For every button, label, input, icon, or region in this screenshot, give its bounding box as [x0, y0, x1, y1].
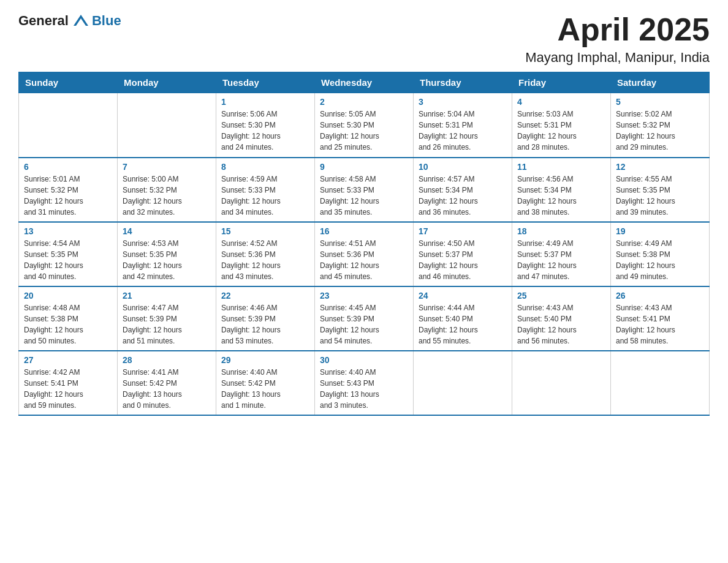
day-number: 9 [320, 162, 408, 172]
calendar-cell: 10Sunrise: 4:57 AM Sunset: 5:34 PM Dayli… [414, 158, 512, 222]
page-header: General Blue April 2025 Mayang Imphal, M… [18, 12, 710, 66]
day-info: Sunrise: 4:40 AM Sunset: 5:42 PM Dayligh… [221, 367, 309, 411]
calendar-cell: 21Sunrise: 4:47 AM Sunset: 5:39 PM Dayli… [118, 286, 216, 351]
day-number: 30 [320, 355, 408, 365]
day-number: 19 [616, 226, 704, 236]
logo-text-general: General [18, 13, 69, 29]
calendar-cell: 15Sunrise: 4:52 AM Sunset: 5:36 PM Dayli… [216, 222, 315, 286]
title-block: April 2025 Mayang Imphal, Manipur, India [525, 12, 710, 66]
calendar-cell: 26Sunrise: 4:43 AM Sunset: 5:41 PM Dayli… [611, 286, 710, 351]
calendar-cell: 23Sunrise: 4:45 AM Sunset: 5:39 PM Dayli… [315, 286, 414, 351]
calendar-week-row: 6Sunrise: 5:01 AM Sunset: 5:32 PM Daylig… [19, 158, 710, 222]
weekday-header-monday: Monday [118, 72, 216, 93]
calendar-cell: 12Sunrise: 4:55 AM Sunset: 5:35 PM Dayli… [611, 158, 710, 222]
logo-text-blue: Blue [92, 13, 121, 29]
day-info: Sunrise: 4:59 AM Sunset: 5:33 PM Dayligh… [221, 174, 309, 218]
calendar-cell [118, 93, 216, 158]
day-info: Sunrise: 4:55 AM Sunset: 5:35 PM Dayligh… [616, 174, 704, 218]
logo: General Blue [18, 12, 121, 29]
day-number: 15 [221, 226, 309, 236]
day-number: 6 [24, 162, 112, 172]
calendar-cell [414, 351, 512, 415]
day-number: 1 [221, 97, 309, 107]
calendar-cell: 3Sunrise: 5:04 AM Sunset: 5:31 PM Daylig… [414, 93, 512, 158]
day-info: Sunrise: 4:58 AM Sunset: 5:33 PM Dayligh… [320, 174, 408, 218]
day-number: 25 [517, 291, 605, 301]
day-info: Sunrise: 4:41 AM Sunset: 5:42 PM Dayligh… [123, 367, 211, 411]
day-info: Sunrise: 4:43 AM Sunset: 5:41 PM Dayligh… [616, 302, 704, 347]
calendar-cell: 24Sunrise: 4:44 AM Sunset: 5:40 PM Dayli… [414, 286, 512, 351]
calendar-week-row: 20Sunrise: 4:48 AM Sunset: 5:38 PM Dayli… [19, 286, 710, 351]
calendar-cell: 11Sunrise: 4:56 AM Sunset: 5:34 PM Dayli… [512, 158, 611, 222]
calendar-cell: 2Sunrise: 5:05 AM Sunset: 5:30 PM Daylig… [315, 93, 414, 158]
day-number: 14 [123, 226, 211, 236]
day-info: Sunrise: 4:53 AM Sunset: 5:35 PM Dayligh… [123, 238, 211, 282]
day-info: Sunrise: 5:02 AM Sunset: 5:32 PM Dayligh… [616, 109, 704, 153]
weekday-header-saturday: Saturday [611, 72, 710, 93]
day-info: Sunrise: 5:04 AM Sunset: 5:31 PM Dayligh… [419, 109, 507, 153]
day-number: 18 [517, 226, 605, 236]
calendar-cell: 28Sunrise: 4:41 AM Sunset: 5:42 PM Dayli… [118, 351, 216, 415]
day-number: 23 [320, 291, 408, 301]
calendar-cell: 13Sunrise: 4:54 AM Sunset: 5:35 PM Dayli… [19, 222, 118, 286]
calendar-cell: 1Sunrise: 5:06 AM Sunset: 5:30 PM Daylig… [216, 93, 315, 158]
day-number: 29 [221, 355, 309, 365]
day-info: Sunrise: 4:43 AM Sunset: 5:40 PM Dayligh… [517, 302, 605, 347]
calendar-cell: 19Sunrise: 4:49 AM Sunset: 5:38 PM Dayli… [611, 222, 710, 286]
weekday-header-sunday: Sunday [19, 72, 118, 93]
calendar-cell: 6Sunrise: 5:01 AM Sunset: 5:32 PM Daylig… [19, 158, 118, 222]
calendar-cell: 27Sunrise: 4:42 AM Sunset: 5:41 PM Dayli… [19, 351, 118, 415]
day-info: Sunrise: 4:49 AM Sunset: 5:38 PM Dayligh… [616, 238, 704, 282]
weekday-header-tuesday: Tuesday [216, 72, 315, 93]
calendar-cell: 8Sunrise: 4:59 AM Sunset: 5:33 PM Daylig… [216, 158, 315, 222]
day-info: Sunrise: 4:40 AM Sunset: 5:43 PM Dayligh… [320, 367, 408, 411]
day-info: Sunrise: 5:03 AM Sunset: 5:31 PM Dayligh… [517, 109, 605, 153]
calendar-cell: 20Sunrise: 4:48 AM Sunset: 5:38 PM Dayli… [19, 286, 118, 351]
calendar-cell: 7Sunrise: 5:00 AM Sunset: 5:32 PM Daylig… [118, 158, 216, 222]
day-info: Sunrise: 4:46 AM Sunset: 5:39 PM Dayligh… [221, 302, 309, 347]
calendar-week-row: 27Sunrise: 4:42 AM Sunset: 5:41 PM Dayli… [19, 351, 710, 415]
day-info: Sunrise: 4:49 AM Sunset: 5:37 PM Dayligh… [517, 238, 605, 282]
day-number: 8 [221, 162, 309, 172]
calendar-subtitle: Mayang Imphal, Manipur, India [525, 50, 710, 66]
calendar-cell [611, 351, 710, 415]
day-info: Sunrise: 4:51 AM Sunset: 5:36 PM Dayligh… [320, 238, 408, 282]
weekday-header-wednesday: Wednesday [315, 72, 414, 93]
day-info: Sunrise: 4:44 AM Sunset: 5:40 PM Dayligh… [419, 302, 507, 347]
logo-icon [72, 12, 89, 29]
day-info: Sunrise: 5:06 AM Sunset: 5:30 PM Dayligh… [221, 109, 309, 153]
day-info: Sunrise: 4:50 AM Sunset: 5:37 PM Dayligh… [419, 238, 507, 282]
day-number: 4 [517, 97, 605, 107]
calendar-cell: 9Sunrise: 4:58 AM Sunset: 5:33 PM Daylig… [315, 158, 414, 222]
calendar-cell: 25Sunrise: 4:43 AM Sunset: 5:40 PM Dayli… [512, 286, 611, 351]
day-number: 12 [616, 162, 704, 172]
weekday-header-friday: Friday [512, 72, 611, 93]
calendar-cell: 4Sunrise: 5:03 AM Sunset: 5:31 PM Daylig… [512, 93, 611, 158]
day-info: Sunrise: 4:45 AM Sunset: 5:39 PM Dayligh… [320, 302, 408, 347]
calendar-title: April 2025 [525, 12, 710, 47]
day-number: 28 [123, 355, 211, 365]
calendar-cell: 14Sunrise: 4:53 AM Sunset: 5:35 PM Dayli… [118, 222, 216, 286]
calendar-week-row: 13Sunrise: 4:54 AM Sunset: 5:35 PM Dayli… [19, 222, 710, 286]
calendar-cell: 30Sunrise: 4:40 AM Sunset: 5:43 PM Dayli… [315, 351, 414, 415]
weekday-header-thursday: Thursday [414, 72, 512, 93]
day-info: Sunrise: 4:52 AM Sunset: 5:36 PM Dayligh… [221, 238, 309, 282]
day-info: Sunrise: 4:47 AM Sunset: 5:39 PM Dayligh… [123, 302, 211, 347]
calendar-cell [19, 93, 118, 158]
calendar-cell: 17Sunrise: 4:50 AM Sunset: 5:37 PM Dayli… [414, 222, 512, 286]
day-number: 27 [24, 355, 112, 365]
calendar-cell: 22Sunrise: 4:46 AM Sunset: 5:39 PM Dayli… [216, 286, 315, 351]
day-number: 13 [24, 226, 112, 236]
day-info: Sunrise: 4:56 AM Sunset: 5:34 PM Dayligh… [517, 174, 605, 218]
calendar-header-row: SundayMondayTuesdayWednesdayThursdayFrid… [19, 72, 710, 93]
day-number: 2 [320, 97, 408, 107]
day-info: Sunrise: 5:05 AM Sunset: 5:30 PM Dayligh… [320, 109, 408, 153]
calendar-cell: 29Sunrise: 4:40 AM Sunset: 5:42 PM Dayli… [216, 351, 315, 415]
day-number: 7 [123, 162, 211, 172]
calendar-cell: 16Sunrise: 4:51 AM Sunset: 5:36 PM Dayli… [315, 222, 414, 286]
day-number: 21 [123, 291, 211, 301]
day-number: 11 [517, 162, 605, 172]
calendar-cell: 5Sunrise: 5:02 AM Sunset: 5:32 PM Daylig… [611, 93, 710, 158]
day-number: 3 [419, 97, 507, 107]
day-info: Sunrise: 5:01 AM Sunset: 5:32 PM Dayligh… [24, 174, 112, 218]
